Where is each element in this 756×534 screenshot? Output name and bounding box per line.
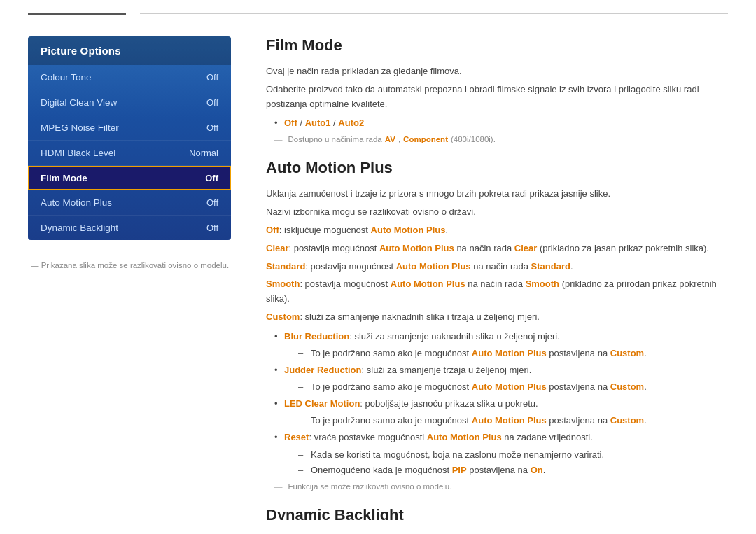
menu-item-value: Off [206,122,218,133]
menu-items-container: Colour ToneOffDigital Clean ViewOffMPEG … [28,65,231,240]
amp-led: LED Clear Motion: poboljšajte jasnoću pr… [274,396,728,428]
menu-item-label: Auto Motion Plus [41,197,112,208]
amp-smooth: Smooth: postavlja mogućnost Auto Motion … [266,277,728,307]
auto-motion-plus-section: Auto Motion Plus Uklanja zamućenost i tr… [266,159,728,490]
top-bar [0,0,756,22]
film-mode-bullet-1: Off / Auto1 / Auto2 [274,115,728,131]
amp-note2: Nazivi izbornika mogu se razlikovati ovi… [266,205,728,220]
amp-blur: Blur Reduction: služi za smanjenje nakna… [274,329,728,361]
amp-judder: Judder Reduction: služi za smanjenje trz… [274,363,728,395]
amp-footer-note: Funkcija se može razlikovati ovisno o mo… [266,482,728,491]
sidebar: Picture Options Colour ToneOffDigital Cl… [0,22,245,520]
menu-item-label: Digital Clean View [41,97,117,108]
menu-item-value: Off [206,223,218,233]
menu-item-label: Dynamic Backlight [41,223,118,233]
amp-custom: Custom: služi za smanjenje naknadnih sli… [266,310,728,325]
amp-led-sub: To je podržano samo ako je mogućnost Aut… [298,413,728,428]
picture-options-panel: Picture Options Colour ToneOffDigital Cl… [28,36,231,240]
menu-item-digital-clean-view[interactable]: Digital Clean ViewOff [28,90,231,115]
menu-item-value: Normal [189,148,218,158]
film-off: Off [284,118,298,128]
menu-item-label: Colour Tone [41,72,92,83]
top-bar-light-line [140,13,728,14]
film-auto2: Auto2 [338,118,364,128]
top-bar-accent-line [28,13,126,15]
sidebar-note: Prikazana slika može se razlikovati ovis… [28,254,231,272]
panel-title: Picture Options [28,36,231,65]
menu-item-label: MPEG Noise Filter [41,122,119,133]
menu-item-colour-tone[interactable]: Colour ToneOff [28,65,231,90]
auto-motion-plus-title: Auto Motion Plus [266,159,728,180]
amp-judder-sub: To je podržano samo ako je mogućnost Aut… [298,379,728,395]
film-mode-bullets: Off / Auto1 / Auto2 [266,115,728,131]
menu-item-label: HDMI Black Level [41,148,115,158]
content-area: Film Mode Ovaj je način rada prikladan z… [245,22,756,520]
amp-reset-sub1: Kada se koristi ta mogućnost, boja na za… [298,447,728,463]
menu-item-value: Off [205,173,218,183]
amp-reset: Reset: vraća postavke mogućnosti Auto Mo… [274,430,728,477]
menu-item-hdmi-black-level[interactable]: HDMI Black LevelNormal [28,141,231,166]
film-mode-note: Dostupno u načinima rada AV, Component (… [266,135,728,143]
amp-reset-sub2: Onemogućeno kada je mogućnost PIP postav… [298,463,728,478]
film-mode-section: Film Mode Ovaj je način rada prikladan z… [266,36,728,143]
dynamic-backlight-title: Dynamic Backlight [266,506,728,520]
film-auto1: Auto1 [305,118,331,128]
menu-item-value: Off [206,197,218,208]
amp-blur-sub: To je podržano samo ako je mogućnost Aut… [298,346,728,361]
menu-item-value: Off [206,97,218,108]
menu-item-value: Off [206,72,218,83]
amp-sub-bullets: Blur Reduction: služi za smanjenje nakna… [266,329,728,478]
amp-off: Off: isključuje mogućnost Auto Motion Pl… [266,223,728,238]
menu-item-mpeg-noise-filter[interactable]: MPEG Noise FilterOff [28,115,231,141]
menu-item-dynamic-backlight[interactable]: Dynamic BacklightOff [28,216,231,240]
film-mode-p2: Odaberite proizvod tako da automatski pr… [266,83,728,112]
menu-item-film-mode[interactable]: Film ModeOff [28,166,231,190]
amp-standard: Standard: postavlja mogućnost Auto Motio… [266,260,728,274]
menu-item-auto-motion-plus[interactable]: Auto Motion PlusOff [28,190,231,216]
dynamic-backlight-section: Dynamic Backlight Automatski prilagodite… [266,506,728,520]
film-mode-p1: Ovaj je način rada prikladan za gledanje… [266,64,728,79]
amp-clear: Clear: postavlja mogućnost Auto Motion P… [266,241,728,256]
film-mode-title: Film Mode [266,36,728,57]
main-layout: Picture Options Colour ToneOffDigital Cl… [0,22,756,520]
amp-intro: Uklanja zamućenost i trzaje iz prizora s… [266,187,728,202]
menu-item-label: Film Mode [41,173,88,183]
